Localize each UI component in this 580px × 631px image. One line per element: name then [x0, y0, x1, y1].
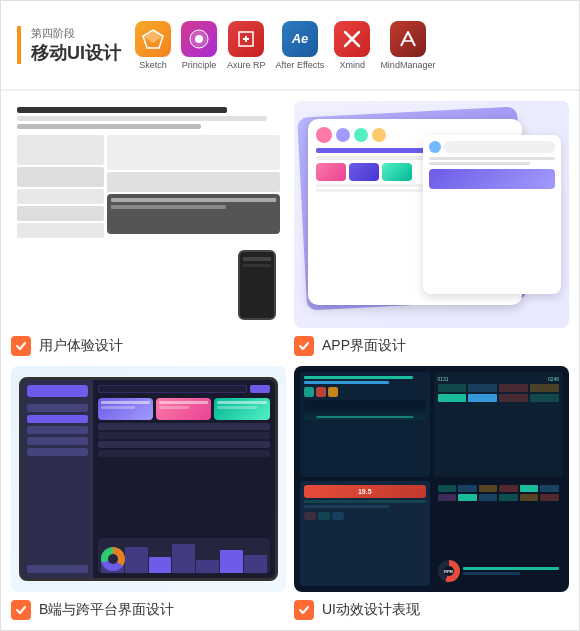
sketch-icon	[135, 21, 171, 57]
app-preview	[294, 101, 569, 328]
xmind-icon	[334, 21, 370, 57]
ux-check-icon	[11, 336, 31, 356]
b-caption-text: B端与跨平台界面设计	[39, 601, 174, 619]
app-check-icon	[294, 336, 314, 356]
cell-b-design: B端与跨平台界面设计	[11, 366, 286, 623]
tool-axure: Axure RP	[227, 21, 266, 70]
sketch-label: Sketch	[139, 60, 167, 70]
ae-label: After Effects	[276, 60, 325, 70]
motion-preview: 0131 0246	[294, 366, 569, 593]
mindmanager-icon	[390, 21, 426, 57]
svg-marker-1	[143, 30, 163, 43]
page-container: 第四阶段 移动UI设计 Sketch	[0, 0, 580, 631]
xmind-label: Xmind	[340, 60, 366, 70]
cell-ux-design: 用户体验设计	[11, 101, 286, 358]
stage-info: 第四阶段 移动UI设计	[17, 26, 121, 65]
motion-check-icon	[294, 600, 314, 620]
axure-label: Axure RP	[227, 60, 266, 70]
ux-caption-text: 用户体验设计	[39, 337, 123, 355]
principle-icon	[181, 21, 217, 57]
app-caption-text: APP界面设计	[322, 337, 406, 355]
tool-mindmanager: MindManager	[380, 21, 435, 70]
header: 第四阶段 移动UI设计 Sketch	[1, 1, 579, 91]
ux-preview	[11, 101, 286, 328]
stage-title: 移动UI设计	[31, 43, 121, 65]
motion-caption-text: UI动效设计表现	[322, 601, 420, 619]
b-preview	[11, 366, 286, 593]
cell-app-design: APP界面设计	[294, 101, 569, 358]
svg-point-3	[195, 35, 203, 43]
ae-icon: Ae	[282, 21, 318, 57]
tool-principle: Principle	[181, 21, 217, 70]
b-check-icon	[11, 600, 31, 620]
cell-motion-design: 0131 0246	[294, 366, 569, 623]
tool-ae: Ae After Effects	[276, 21, 325, 70]
tool-sketch: Sketch	[135, 21, 171, 70]
tool-xmind: Xmind	[334, 21, 370, 70]
content-grid: 用户体验设计	[1, 91, 579, 631]
b-caption: B端与跨平台界面设计	[11, 598, 286, 622]
ux-caption: 用户体验设计	[11, 334, 286, 358]
app-caption: APP界面设计	[294, 334, 569, 358]
axure-icon	[228, 21, 264, 57]
stage-label: 第四阶段	[31, 26, 121, 41]
tools-list: Sketch Principle Axure	[135, 21, 563, 70]
principle-label: Principle	[182, 60, 217, 70]
motion-caption: UI动效设计表现	[294, 598, 569, 622]
mindmanager-label: MindManager	[380, 60, 435, 70]
